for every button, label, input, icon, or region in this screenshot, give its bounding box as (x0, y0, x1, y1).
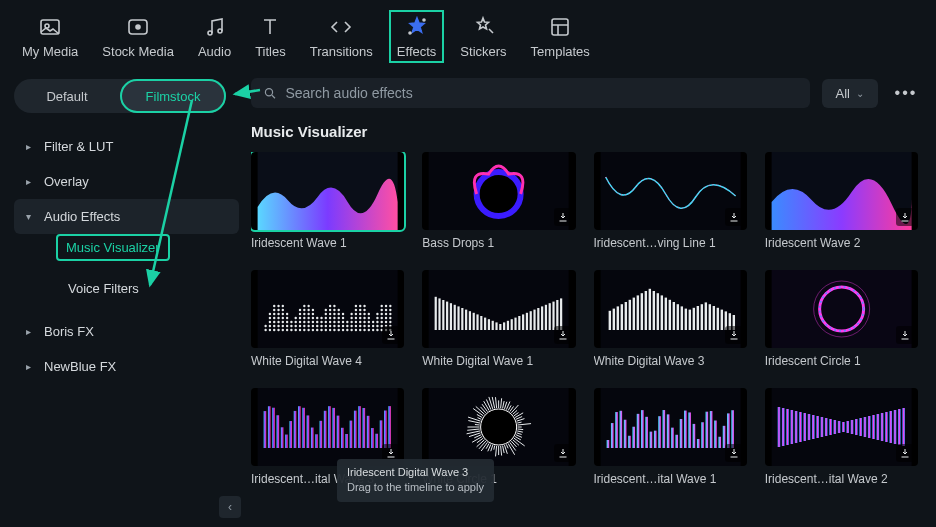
download-icon[interactable] (896, 326, 914, 344)
svg-rect-196 (477, 314, 479, 330)
svg-point-127 (350, 317, 352, 319)
download-icon[interactable] (554, 444, 572, 462)
tab-label: My Media (22, 44, 78, 59)
svg-point-158 (376, 329, 378, 331)
effects-icon (404, 14, 430, 40)
effect-card[interactable]: Iridescent…ital Wave 2 (765, 388, 918, 486)
svg-rect-226 (632, 298, 634, 330)
tab-transitions[interactable]: Transitions (302, 10, 381, 63)
download-icon[interactable] (554, 208, 572, 226)
tree-music-visualizer[interactable]: Music Visualizer (56, 234, 170, 261)
svg-point-94 (325, 313, 327, 315)
collapse-sidebar-button[interactable]: ‹ (219, 496, 241, 518)
effect-thumbnail[interactable] (251, 388, 404, 466)
download-icon[interactable] (382, 326, 400, 344)
filter-dropdown[interactable]: All⌄ (822, 79, 878, 108)
svg-rect-13 (600, 152, 740, 230)
effect-thumbnail[interactable] (594, 152, 747, 230)
download-icon[interactable] (554, 326, 572, 344)
tab-templates[interactable]: Templates (523, 10, 598, 63)
effect-thumbnail[interactable] (422, 388, 575, 466)
more-menu-button[interactable]: ••• (890, 77, 922, 109)
segment-default[interactable]: Default (14, 79, 120, 113)
svg-point-112 (338, 321, 340, 323)
svg-rect-192 (461, 308, 463, 330)
svg-point-162 (376, 313, 378, 315)
svg-rect-244 (704, 302, 706, 330)
svg-point-24 (273, 325, 275, 327)
tree-newblue-fx[interactable]: ▸NewBlue FX (14, 349, 239, 384)
tree-overlay[interactable]: ▸Overlay (14, 164, 239, 199)
effect-card[interactable]: White Circle 1 (422, 388, 575, 486)
effect-card[interactable]: White Digital Wave 3 (594, 270, 747, 368)
svg-point-108 (333, 309, 335, 311)
svg-rect-270 (320, 421, 323, 448)
effect-card[interactable]: Iridescent…ital Wave 3 (251, 388, 404, 486)
download-icon[interactable] (896, 444, 914, 462)
svg-rect-248 (720, 310, 722, 330)
tab-stock-media[interactable]: Stock Media (94, 10, 182, 63)
svg-rect-362 (658, 416, 661, 448)
tree-boris-fx[interactable]: ▸Boris FX (14, 314, 239, 349)
svg-point-67 (303, 309, 305, 311)
svg-point-147 (363, 313, 365, 315)
effect-card[interactable]: White Digital Wave 4 (251, 270, 404, 368)
svg-point-125 (350, 325, 352, 327)
svg-rect-230 (648, 289, 650, 330)
tab-label: Audio (198, 44, 231, 59)
svg-point-31 (277, 325, 279, 327)
effect-thumbnail[interactable] (765, 152, 918, 230)
download-icon[interactable] (896, 208, 914, 226)
effect-card[interactable]: Iridescent…ving Line 1 (594, 152, 747, 250)
svg-point-142 (359, 305, 361, 307)
svg-rect-388 (807, 414, 810, 440)
effect-thumbnail[interactable] (594, 388, 747, 466)
tab-audio[interactable]: Audio (190, 10, 239, 63)
svg-rect-378 (727, 413, 730, 448)
svg-rect-350 (606, 440, 609, 448)
effect-thumbnail[interactable] (422, 270, 575, 348)
segment-filmstock[interactable]: Filmstock (120, 79, 226, 113)
effect-thumbnail[interactable] (422, 152, 575, 230)
svg-rect-373 (705, 412, 708, 448)
effect-card[interactable]: Iridescent Wave 2 (765, 152, 918, 250)
effect-thumbnail[interactable] (765, 270, 918, 348)
effect-thumbnail[interactable] (251, 152, 404, 230)
svg-point-151 (368, 325, 370, 327)
effect-card[interactable]: Iridescent Wave 1 (251, 152, 404, 250)
tab-my-media[interactable]: My Media (14, 10, 86, 63)
effect-label: Iridescent Wave 1 (251, 236, 404, 250)
svg-rect-208 (522, 314, 524, 330)
tab-titles[interactable]: Titles (247, 10, 294, 63)
effect-label: Iridescent…ital Wave 3 (251, 472, 404, 486)
effect-card[interactable]: White Digital Wave 1 (422, 270, 575, 368)
svg-rect-384 (790, 410, 793, 444)
effect-label: Iridescent…ital Wave 2 (765, 472, 918, 486)
svg-point-110 (338, 329, 340, 331)
tree-filter-lut[interactable]: ▸Filter & LUT (14, 129, 239, 164)
download-icon[interactable] (382, 444, 400, 462)
tree-audio-effects[interactable]: ▾Audio Effects (14, 199, 239, 234)
tab-stickers[interactable]: Stickers (452, 10, 514, 63)
svg-point-122 (346, 325, 348, 327)
tree-voice-filters[interactable]: Voice Filters (56, 271, 239, 306)
effect-card[interactable]: Iridescent Circle 1 (765, 270, 918, 368)
tab-effects[interactable]: Effects (389, 10, 445, 63)
search-input[interactable] (285, 85, 797, 101)
svg-point-23 (273, 329, 275, 331)
download-icon[interactable] (725, 326, 743, 344)
search-box[interactable] (251, 78, 810, 108)
tree-label: Overlay (44, 174, 89, 189)
svg-rect-379 (731, 410, 734, 448)
top-tabs: My Media Stock Media Audio Titles Transi… (0, 0, 936, 67)
svg-point-86 (320, 329, 322, 331)
effect-card[interactable]: Bass Drops 1 (422, 152, 575, 250)
effect-thumbnail[interactable] (765, 388, 918, 466)
effect-card[interactable]: Iridescent…ital Wave 1 (594, 388, 747, 486)
download-icon[interactable] (725, 444, 743, 462)
effect-thumbnail[interactable] (594, 270, 747, 348)
effect-thumbnail[interactable] (251, 270, 404, 348)
download-icon[interactable] (725, 208, 743, 226)
filter-label: All (836, 86, 850, 101)
svg-line-290 (518, 429, 524, 430)
